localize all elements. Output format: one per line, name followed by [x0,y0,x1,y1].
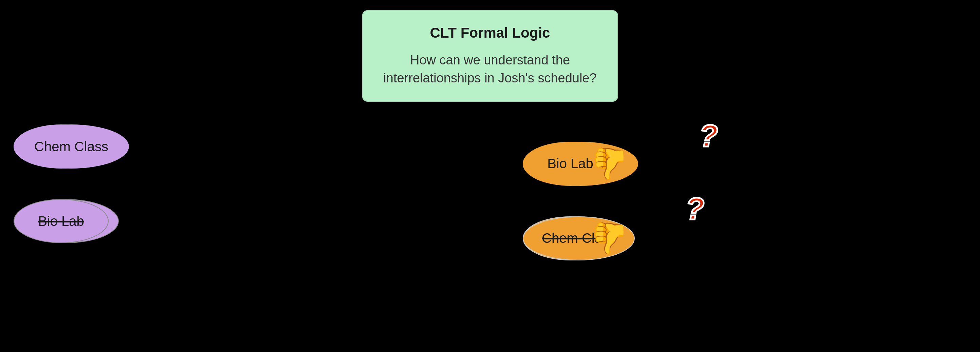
header-title: CLT Formal Logic [383,25,597,41]
thumbs-down-icon-row1: 👎 [591,146,628,181]
subtitle-line2: interrelationships in Josh's schedule? [383,71,597,85]
left-row1-oval2: Chem Class [14,124,129,168]
header-box: CLT Formal Logic How can we understand t… [362,10,618,102]
left-section: Bio Lab Chem Class Chem Class Bio Lab [0,119,489,322]
question-mark-icon-row1: ? [699,119,718,154]
thumbs-down-icon-row2: 👎 [591,220,628,256]
right-row1: Chem Class Bio Lab 👎 [523,146,628,181]
subtitle-line1: How can we understand the [410,53,570,67]
header-subtitle: How can we understand the interrelations… [383,51,597,87]
right-section: Chem Class Bio Lab 👎 ? Bio Lab Chem Clas… [489,119,980,322]
right-row2: Bio Lab Chem Class 👎 [523,220,628,256]
left-row2: Chem Class Bio Lab [14,220,78,222]
left-row2-oval2: Bio Lab [14,199,109,243]
question-mark-icon-row2: ? [686,192,704,227]
left-row1: Bio Lab Chem Class [14,146,88,147]
